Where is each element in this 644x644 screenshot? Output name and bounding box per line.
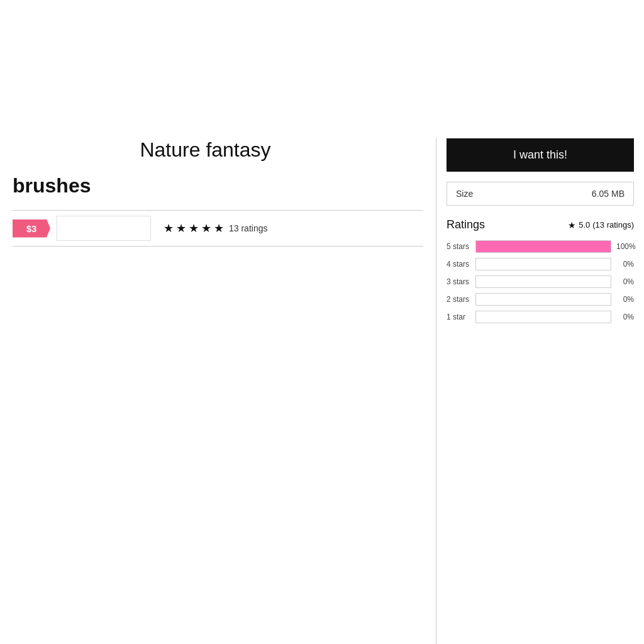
price-badge[interactable]: $3	[13, 219, 50, 238]
right-column: I want this! Size 6.05 MB Ratings ★ 5.0 …	[436, 138, 644, 644]
bar-pct: 0%	[616, 277, 634, 286]
overall-count: (13 ratings)	[592, 220, 634, 230]
product-thumbnail	[57, 216, 151, 241]
bar-pct: 0%	[616, 260, 634, 269]
page-wrapper: Nature fantasy brushes $3 ★ ★ ★ ★ ★ 13 r…	[0, 0, 644, 644]
bar-track	[475, 275, 611, 288]
bar-label: 1 star	[447, 313, 470, 321]
rating-bar-row: 3 stars0%	[447, 275, 634, 288]
ratings-title: Ratings	[447, 218, 485, 231]
overall-score: 5.0	[579, 220, 590, 230]
bar-track	[475, 311, 611, 323]
bar-label: 2 stars	[447, 295, 470, 304]
star-2: ★	[176, 221, 186, 235]
size-value: 6.05 MB	[592, 189, 625, 199]
bar-label: 4 stars	[447, 260, 470, 269]
star-1: ★	[164, 221, 174, 235]
ratings-count: 13 ratings	[229, 223, 267, 233]
product-subtitle: brushes	[13, 174, 423, 197]
rating-bar-row: 5 stars100%	[447, 240, 634, 253]
star-3: ★	[189, 221, 199, 235]
size-label: Size	[456, 189, 473, 199]
bar-track	[475, 240, 611, 253]
rating-bar-row: 4 stars0%	[447, 258, 634, 270]
ratings-header: Ratings ★ 5.0 (13 ratings)	[447, 218, 634, 231]
left-column: Nature fantasy brushes $3 ★ ★ ★ ★ ★ 13 r…	[0, 138, 436, 644]
bar-pct: 0%	[616, 295, 634, 304]
bar-pct: 100%	[616, 242, 634, 251]
bar-label: 3 stars	[447, 277, 470, 286]
ratings-summary: ★ 5.0 (13 ratings)	[568, 220, 634, 230]
bar-pct: 0%	[616, 313, 634, 321]
bar-label: 5 stars	[447, 242, 470, 251]
bar-track	[475, 258, 611, 270]
bar-fill	[476, 241, 611, 252]
star-4: ★	[201, 221, 211, 235]
bar-track	[475, 293, 611, 306]
stars-container: ★ ★ ★ ★ ★ 13 ratings	[164, 221, 267, 235]
rating-bar-row: 1 star0%	[447, 311, 634, 323]
product-meta-row: $3 ★ ★ ★ ★ ★ 13 ratings	[13, 210, 423, 247]
product-title: Nature fantasy	[13, 138, 423, 162]
star-5: ★	[214, 221, 224, 235]
summary-star-icon: ★	[568, 220, 576, 230]
buy-button[interactable]: I want this!	[447, 138, 634, 172]
rating-bars: 5 stars100%4 stars0%3 stars0%2 stars0%1 …	[447, 240, 634, 323]
rating-bar-row: 2 stars0%	[447, 293, 634, 306]
ratings-section: Ratings ★ 5.0 (13 ratings) 5 stars100%4 …	[447, 218, 634, 323]
size-row: Size 6.05 MB	[447, 182, 634, 206]
